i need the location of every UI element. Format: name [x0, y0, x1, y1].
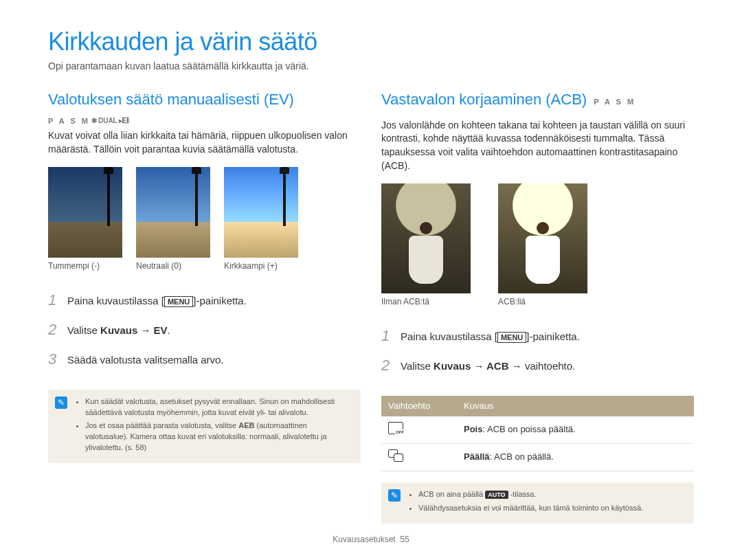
acb-step-2: 2 Valitse Kuvaus → ACB → vaihtoehto. — [381, 355, 694, 377]
step-number: 2 — [381, 355, 394, 377]
acb-label-on: ACB:llä — [498, 296, 587, 308]
movie-icon: ▸🎞 — [119, 116, 129, 126]
ev-step3-text: Säädä valotusta valitsemalla arvo. — [67, 352, 224, 367]
ev-step-1: 1 Paina kuvaustilassa [MENU]-painiketta. — [48, 290, 361, 311]
acb-body-text: Jos valonlähde on kohteen takana tai koh… — [381, 119, 694, 172]
note-icon: ✎ — [388, 489, 401, 502]
option-on-cell — [381, 443, 457, 471]
ev-note-card: ✎ Kun säädät valotusta, asetukset pysyvä… — [48, 390, 361, 464]
ev-step2-bold: Kuvaus → EV — [100, 324, 168, 336]
acb-step2-bold: Kuvaus → ACB — [434, 360, 508, 372]
ev-step2-post: . — [168, 324, 170, 336]
acb-section-heading: Vastavalon korjaaminen (ACB) P A S M — [381, 89, 694, 111]
ev-thumb-neutral: Neutraali (0) — [136, 167, 210, 272]
ev-thumb-bright: Kirkkaampi (+) — [224, 167, 298, 272]
option-off-desc: Pois: ACB on poissa päältä. — [457, 416, 694, 444]
menu-button-icon: MENU — [164, 296, 193, 307]
ev-step-2: 2 Valitse Kuvaus → EV. — [48, 320, 361, 341]
manual-page: Kirkkauden ja värin säätö Opi parantamaa… — [0, 0, 742, 560]
ev-section-heading: Valotuksen säätö manuaalisesti (EV) — [48, 89, 361, 111]
footer-page-number: 55 — [400, 535, 409, 544]
step-number: 1 — [48, 290, 60, 311]
ev-body-text: Kuvat voivat olla liian kirkkaita tai hä… — [48, 129, 361, 156]
left-column: Valotuksen säätö manuaalisesti (EV) P A … — [48, 89, 361, 524]
acb-thumb-on: ACB:llä — [498, 183, 587, 308]
ev-modes-text: P A S M — [48, 116, 90, 126]
acb-image-off — [381, 183, 471, 293]
ev-image-neutral — [136, 167, 210, 258]
acb-note-1: ACB on aina päällä AUTO -tilassa. — [418, 489, 684, 500]
dual-icon: ✱ — [91, 116, 97, 126]
right-column: Vastavalon korjaaminen (ACB) P A S M Jos… — [381, 89, 694, 524]
ev-heading-text: Valotuksen säätö manuaalisesti (EV) — [48, 89, 294, 111]
table-row: Pois: ACB on poissa päältä. — [381, 416, 694, 444]
step-number: 2 — [48, 320, 60, 341]
table-header-desc: Kuvaus — [457, 396, 694, 416]
acb-image-on — [498, 183, 587, 293]
ev-note-2: Jos et osaa päättää parasta valotusta, v… — [85, 421, 351, 453]
off-rest: : ACB on poissa päältä. — [482, 424, 575, 434]
acb-steps: 1 Paina kuvaustilassa [MENU]-painiketta.… — [381, 326, 694, 385]
ev-mode-badges: P A S M ✱ DUAL ▸🎞 — [48, 116, 361, 126]
acb-note-card: ✎ ACB on aina päällä AUTO -tilassa. Välä… — [381, 482, 694, 524]
on-rest: : ACB on päällä. — [490, 451, 554, 462]
ev-label-dark: Tummempi (-) — [48, 260, 122, 272]
acb-off-icon — [388, 422, 403, 434]
acb-label-off: Ilman ACB:tä — [381, 296, 471, 308]
ev-image-bright — [224, 167, 298, 258]
acb-step1-post: ]-painiketta. — [526, 331, 580, 342]
acb-note1-post: -tilassa. — [508, 490, 537, 498]
acb-thumb-off: Ilman ACB:tä — [381, 183, 471, 308]
ev-note2-bold: AEB — [238, 421, 254, 429]
table-row: Päällä: ACB on päällä. — [381, 443, 694, 471]
ev-note2-pre: Jos et osaa päättää parasta valotusta, v… — [85, 421, 238, 429]
ev-note-1: Kun säädät valotusta, asetukset pysyvät … — [85, 396, 351, 418]
ev-step2-pre: Valitse — [67, 324, 100, 336]
ev-label-bright: Kirkkaampi (+) — [224, 260, 298, 272]
acb-note-2: Välähdysasetuksia ei voi määrittää, kun … — [418, 503, 684, 514]
ev-step1-pre: Paina kuvaustilassa [ — [67, 295, 164, 306]
footer-section: Kuvausasetukset — [333, 535, 395, 544]
page-title: Kirkkauden ja värin säätö — [48, 27, 694, 56]
option-off-cell — [381, 416, 457, 444]
ev-label-neutral: Neutraali (0) — [136, 260, 210, 272]
ev-thumbnail-row: Tummempi (-) Neutraali (0) Kirkkaampi (+… — [48, 167, 361, 272]
two-column-layout: Valotuksen säätö manuaalisesti (EV) P A … — [48, 89, 694, 524]
step-number: 3 — [48, 349, 60, 370]
ev-step1-post: ]-painiketta. — [193, 295, 247, 306]
acb-step-1: 1 Paina kuvaustilassa [MENU]-painiketta. — [381, 326, 694, 347]
dual-label: DUAL — [98, 116, 117, 126]
acb-note1-pre: ACB on aina päällä — [418, 490, 485, 498]
acb-step2-pre: Valitse — [401, 360, 434, 372]
auto-mode-icon: AUTO — [485, 491, 508, 499]
acb-thumbnail-row: Ilman ACB:tä ACB:llä — [381, 183, 694, 308]
acb-mode-badges: P A S M — [594, 97, 636, 107]
page-intro: Opi parantamaan kuvan laatua säätämällä … — [48, 60, 694, 71]
acb-on-icon — [388, 449, 403, 462]
page-footer: Kuvausasetukset 55 — [48, 524, 694, 544]
menu-button-icon: MENU — [497, 332, 526, 343]
off-bold: Pois — [464, 424, 482, 434]
on-bold: Päällä — [464, 451, 490, 462]
acb-heading-text: Vastavalon korjaaminen (ACB) — [381, 89, 587, 111]
note-icon: ✎ — [55, 396, 67, 409]
acb-step2-post: → vaihtoehto. — [509, 360, 576, 372]
ev-steps: 1 Paina kuvaustilassa [MENU]-painiketta.… — [48, 290, 361, 378]
option-on-desc: Päällä: ACB on päällä. — [457, 443, 694, 471]
ev-thumb-dark: Tummempi (-) — [48, 167, 122, 272]
acb-options-table: Vaihtoehto Kuvaus Pois: ACB on poissa pä… — [381, 396, 694, 472]
ev-image-dark — [48, 167, 122, 258]
ev-step-3: 3 Säädä valotusta valitsemalla arvo. — [48, 349, 361, 370]
table-header-option: Vaihtoehto — [381, 396, 457, 416]
step-number: 1 — [381, 326, 394, 347]
acb-step1-pre: Paina kuvaustilassa [ — [401, 331, 497, 342]
table-header-row: Vaihtoehto Kuvaus — [381, 396, 694, 416]
